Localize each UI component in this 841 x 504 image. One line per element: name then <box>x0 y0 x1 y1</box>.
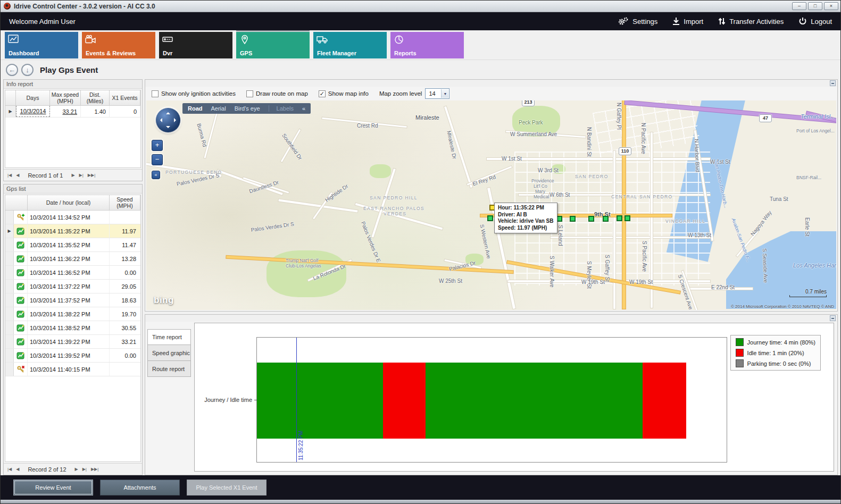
gps-datetime-cell[interactable]: 10/3/2014 11:37:22 PM <box>28 280 110 293</box>
gps-datetime-cell[interactable]: 10/3/2014 11:34:52 PM <box>28 211 110 224</box>
col-dist[interactable]: Dist. (Miles) <box>81 90 110 106</box>
tab-speed-graphic[interactable]: Speed graphic <box>147 345 191 361</box>
checkbox-label: Draw route on map <box>256 90 308 97</box>
settings-button[interactable]: Settings <box>618 17 657 26</box>
col-speed[interactable]: Speed (MPH) <box>110 195 140 211</box>
pager-button[interactable]: |◀ <box>6 466 13 472</box>
zoom-in-button[interactable]: + <box>152 140 163 151</box>
maximize-button[interactable]: □ <box>808 2 822 10</box>
gps-datetime-cell[interactable]: 10/3/2014 11:39:52 PM <box>28 349 110 362</box>
gps-datetime-cell[interactable]: 10/3/2014 11:35:52 PM <box>28 238 110 251</box>
gps-green-marker[interactable] <box>487 215 493 221</box>
map-type-aerial[interactable]: Aerial <box>211 105 226 112</box>
close-button[interactable]: × <box>824 2 838 10</box>
col-max-speed[interactable]: Max speed (MPH) <box>50 90 81 106</box>
gps-list-row[interactable]: 10/3/2014 11:39:22 PM33.21 <box>5 335 140 349</box>
chart-legend: Journey time: 4 min (80%)Idle time: 1 mi… <box>730 335 821 371</box>
map-type-collapse-icon[interactable]: « <box>302 105 305 112</box>
minimize-button[interactable]: – <box>792 2 806 10</box>
gps-green-marker[interactable] <box>588 216 594 222</box>
map-sidebar-collapse-button[interactable]: « <box>152 171 160 179</box>
settings-label: Settings <box>632 18 657 26</box>
tile-reports-label: Reports <box>394 50 417 56</box>
window-title: Idrive Control Center - 3.0.2 version - … <box>14 3 790 10</box>
checkbox-icon[interactable]: ✓ <box>319 90 326 97</box>
gps-list-row[interactable]: 10/3/2014 11:35:52 PM11.47 <box>5 238 140 252</box>
bing-logo[interactable]: bing <box>154 295 174 306</box>
gps-green-marker[interactable] <box>570 216 576 222</box>
gps-datetime-cell[interactable]: 10/3/2014 11:39:22 PM <box>28 335 110 348</box>
pager-button[interactable]: ◀ <box>15 466 20 472</box>
checkbox-icon[interactable] <box>152 90 159 97</box>
tile-fleet-manager[interactable]: Fleet Manager <box>313 32 387 58</box>
logout-button[interactable]: Logout <box>798 17 832 26</box>
map-type-labels[interactable]: Labels <box>269 105 294 112</box>
pager-button[interactable]: ◀ <box>15 172 20 178</box>
info-report-row[interactable]: ▶ 10/3/2014 33.21 1.40 0 <box>5 106 140 117</box>
map-zoom-select[interactable]: 14 ▼ <box>425 88 449 99</box>
gps-list-row[interactable]: 10/3/2014 11:37:22 PM29.05 <box>5 280 140 293</box>
checkbox-icon[interactable] <box>246 90 253 97</box>
pager-button[interactable]: ▶| <box>78 172 85 178</box>
max-speed-cell[interactable]: 33.21 <box>50 106 81 117</box>
col-x1-events[interactable]: X1 Events <box>110 90 140 106</box>
import-button[interactable]: Import <box>672 17 703 26</box>
map-compass-control[interactable] <box>156 108 180 132</box>
pager-button[interactable]: ▶ <box>74 466 79 472</box>
gps-green-marker[interactable] <box>617 215 622 221</box>
map-type-birdseye[interactable]: Bird's eye <box>235 105 260 112</box>
attachments-button[interactable]: Attachments <box>100 480 180 495</box>
gps-datetime-cell[interactable]: 10/3/2014 11:36:22 PM <box>28 252 110 265</box>
review-event-button[interactable]: Review Event <box>13 480 93 495</box>
dropdown-arrow-icon[interactable]: ▼ <box>441 89 448 98</box>
tile-events-reviews[interactable]: Events & Reviews <box>82 32 155 58</box>
transfer-activities-label: Transfer Activities <box>729 18 784 26</box>
map-type-road[interactable]: Road <box>188 105 203 112</box>
gps-green-marker[interactable] <box>603 216 609 222</box>
gps-datetime-cell[interactable]: 10/3/2014 11:37:52 PM <box>28 293 110 307</box>
gps-list-row[interactable]: 10/3/2014 11:39:52 PM0.00 <box>5 349 140 363</box>
gps-green-marker[interactable] <box>556 216 562 222</box>
pager-button[interactable]: ▶▶| <box>87 172 96 178</box>
checkbox-show-map-info[interactable]: ✓ Show map info <box>319 90 369 97</box>
col-datetime[interactable]: Date / hour (local) <box>28 195 110 211</box>
tab-time-report[interactable]: Time report <box>147 329 191 345</box>
pager-button[interactable]: ▶▶| <box>90 466 99 472</box>
tile-reports[interactable]: Reports <box>390 32 464 58</box>
map-canvas[interactable]: MiralestePeck ParkW Summerland AveCrest … <box>146 100 836 310</box>
days-cell[interactable]: 10/3/2014 <box>16 106 50 117</box>
pager-button[interactable]: ▶ <box>70 172 76 178</box>
panel-collapse-icon[interactable] <box>830 315 836 321</box>
gps-list-row[interactable]: 10/3/2014 11:37:52 PM18.63 <box>5 293 140 307</box>
play-selected-x1-event-button[interactable]: Play Selected X1 Event <box>187 480 267 495</box>
gps-list-row[interactable]: 10/3/2014 11:36:22 PM13.28 <box>5 252 140 266</box>
down-button[interactable]: ↓ <box>21 64 34 76</box>
gps-list-row[interactable]: 10/3/2014 11:38:22 PM19.70 <box>5 307 140 321</box>
zoom-out-button[interactable]: − <box>152 154 163 165</box>
gps-datetime-cell[interactable]: 10/3/2014 11:38:22 PM <box>28 307 110 321</box>
panel-collapse-icon[interactable] <box>830 80 836 86</box>
tile-gps[interactable]: GPS <box>236 32 310 58</box>
tile-dvr[interactable]: Dvr <box>159 32 232 58</box>
gps-list-row[interactable]: 10/3/2014 11:40:15 PM <box>5 363 140 376</box>
gps-green-marker[interactable] <box>624 215 630 221</box>
gps-list-row[interactable]: 10/3/2014 11:34:52 PM <box>5 211 140 224</box>
gps-list-row[interactable]: ▶10/3/2014 11:35:22 PM11.97 <box>5 224 140 238</box>
gps-datetime-cell[interactable]: 10/3/2014 11:35:22 PM <box>28 224 110 238</box>
checkbox-draw-route[interactable]: Draw route on map <box>246 90 308 97</box>
chart-cursor-line[interactable] <box>296 338 297 462</box>
gps-datetime-cell[interactable]: 10/3/2014 11:40:15 PM <box>28 363 110 376</box>
col-days[interactable]: Days <box>16 90 50 106</box>
back-button[interactable]: ← <box>6 64 18 76</box>
pager-button[interactable]: |◀ <box>6 172 13 178</box>
tab-route-report[interactable]: Route report <box>147 361 191 377</box>
gps-list-row[interactable]: 10/3/2014 11:38:52 PM30.55 <box>5 321 140 335</box>
gps-list-row[interactable]: 10/3/2014 11:36:52 PM0.00 <box>5 266 140 280</box>
pager-button[interactable]: ▶| <box>81 466 88 472</box>
transfer-activities-button[interactable]: Transfer Activities <box>718 17 784 26</box>
gps-datetime-cell[interactable]: 10/3/2014 11:36:52 PM <box>28 266 110 279</box>
checkbox-ignition-activities[interactable]: Show only ignition activities <box>152 90 236 97</box>
legend-item: Journey time: 4 min (80%) <box>736 338 815 346</box>
tile-dashboard[interactable]: Dashboard <box>5 32 78 58</box>
gps-datetime-cell[interactable]: 10/3/2014 11:38:52 PM <box>28 321 110 334</box>
